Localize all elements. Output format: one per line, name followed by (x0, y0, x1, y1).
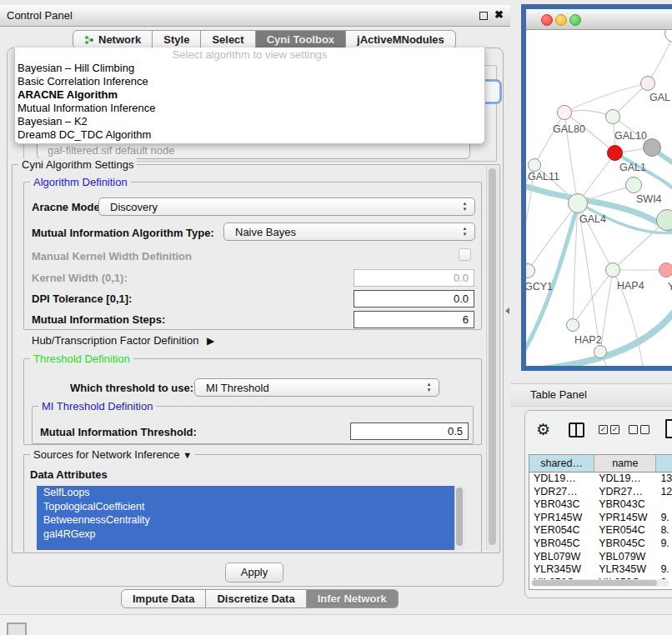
gear-icon[interactable]: ⚙ (536, 420, 550, 439)
network-node-gal10[interactable] (605, 109, 620, 124)
node-label: SWI4 (636, 193, 662, 205)
kernel-width-field[interactable]: 0.0 (354, 269, 474, 287)
aracne-mode-label: Aracne Mode: (32, 201, 103, 213)
table-row[interactable]: YPR145W YPR145W 9. (529, 512, 672, 525)
which-threshold-label: Which threshold to use: (70, 382, 193, 394)
dpi-tolerance-field[interactable]: 0.0 (354, 290, 474, 308)
window-zoom-button[interactable] (569, 14, 581, 26)
network-node-selected[interactable] (607, 145, 623, 161)
network-node-swi4[interactable] (625, 177, 642, 193)
mi-threshold-field[interactable]: 0.5 (350, 422, 469, 440)
chevron-updown-icon: ▲▼ (461, 226, 469, 238)
data-attributes-label: Data Attributes (30, 468, 108, 481)
table-panel: ⚙ ✓✓ shared… name YDL19… YDL19… 13 (524, 410, 672, 598)
hub-definition-disclosure[interactable]: Hub/Transcription Factor Definition ▶ (32, 334, 214, 347)
network-tab-icon (84, 32, 94, 42)
network-node-hap4[interactable] (605, 262, 620, 278)
bottom-tabbar: Impute Data Discretize Data Infer Networ… (121, 589, 399, 608)
dropdown-item[interactable]: Mutual Information Inference (18, 102, 155, 114)
table-row[interactable]: YBL079W YBL079W (529, 551, 672, 564)
float-window-icon[interactable] (479, 12, 488, 20)
mi-algorithm-type-combo[interactable]: Naive Bayes ▲▼ (223, 222, 475, 241)
panel-splitter-handle[interactable] (505, 308, 509, 314)
tab-style[interactable]: Style (153, 30, 201, 49)
table-hscrollbar-track[interactable] (531, 579, 669, 587)
tab-jactivemnodules[interactable]: jActiveMNodules (346, 30, 456, 49)
close-icon[interactable]: ✖ (494, 8, 504, 21)
aracne-mode-combo[interactable]: Discovery ▲▼ (98, 198, 475, 216)
list-scrollbar-thumb[interactable] (456, 488, 463, 546)
network-node-salmon[interactable] (659, 262, 672, 278)
apply-button[interactable]: Apply (225, 562, 283, 582)
network-view-window: GAL GAL80 GAL10 GAL1 GAL11 SWI4 GAL4 GCY… (521, 4, 672, 371)
tab-network-label: Network (98, 33, 141, 46)
tab-impute-data[interactable]: Impute Data (121, 589, 206, 608)
node-label: GAL1 (619, 162, 646, 173)
manual-kernel-width-checkbox[interactable] (459, 248, 471, 261)
settings-scrollbar-thumb[interactable] (489, 168, 496, 545)
manual-kernel-width-label: Manual Kernel Width Definition (32, 250, 192, 262)
network-node[interactable] (656, 209, 672, 231)
algorithm-definition-title: Algorithm Definition (30, 176, 131, 188)
node-label: HAP4 (617, 280, 644, 292)
tab-cyni-toolbox[interactable]: Cyni Toolbox (256, 30, 346, 49)
kernel-width-label: Kernel Width (0,1): (32, 272, 128, 284)
mi-algorithm-type-label: Mutual Information Algorithm Type: (32, 227, 214, 239)
dropdown-item[interactable]: Bayesian – K2 (18, 115, 88, 128)
node-label: GAL10 (614, 130, 647, 142)
table-row[interactable]: YBR045C YBR045C 9. (529, 538, 672, 551)
table-row[interactable]: YDL19… YDL19… 13 (529, 472, 672, 486)
dropdown-item-selected[interactable]: ARACNE Algorithm (18, 88, 118, 101)
network-node[interactable] (594, 345, 607, 358)
document-icon[interactable] (665, 419, 672, 438)
table-row[interactable]: YER054C YER054C 8. (529, 524, 672, 538)
control-panel-title: Control Panel (7, 5, 73, 26)
network-node-gal4[interactable] (568, 193, 588, 213)
tab-infer-network[interactable]: Infer Network (307, 589, 399, 608)
node-label: GAL4 (579, 213, 606, 225)
column-header-shared-name[interactable]: shared… (529, 455, 594, 472)
chevron-updown-icon: ▲▼ (425, 382, 433, 393)
window-minimize-button[interactable] (555, 14, 567, 26)
network-canvas[interactable]: GAL GAL80 GAL10 GAL1 GAL11 SWI4 GAL4 GCY… (526, 30, 672, 367)
list-item[interactable]: gal4RGexp (37, 528, 454, 542)
sources-group-title[interactable]: Sources for Network Inference ▼ (30, 448, 195, 461)
threshold-definition-title: Threshold Definition (30, 352, 133, 365)
panel-corner-button[interactable] (7, 622, 27, 635)
tab-network[interactable]: Network (73, 30, 153, 49)
network-node-hap2[interactable] (566, 318, 579, 332)
which-threshold-combo[interactable]: MI Threshold ▲▼ (194, 378, 439, 397)
network-node-gal11[interactable] (528, 158, 541, 172)
table-row[interactable]: YDR27… YDR27… 12 (529, 486, 672, 499)
dropdown-item[interactable]: Basic Correlation Inference (18, 75, 148, 88)
list-item[interactable]: BetweennessCentrality (37, 513, 454, 528)
data-attributes-list: SelfLoops TopologicalCoefficient Between… (37, 486, 454, 550)
node-label: HAP2 (574, 334, 602, 346)
tab-select[interactable]: Select (201, 30, 255, 49)
network-node[interactable] (640, 76, 655, 91)
checked-checkboxes-icon[interactable]: ✓✓ (599, 425, 622, 440)
list-item[interactable]: SelfLoops (37, 486, 454, 500)
algorithm-dropdown-list: Select algorithm to view settings Bayesi… (14, 48, 485, 144)
tab-discretize-data[interactable]: Discretize Data (206, 589, 306, 608)
column-header-clipped[interactable] (656, 455, 672, 472)
window-close-button[interactable] (541, 14, 553, 26)
list-item[interactable]: TopologicalCoefficient (37, 500, 454, 514)
application-window: Control Panel ✖ Network Style Select Cyn… (0, 0, 672, 635)
node-label: GAL11 (528, 171, 559, 182)
table-header-row: shared… name (529, 455, 672, 472)
unchecked-checkboxes-icon[interactable] (629, 425, 652, 440)
node-table: shared… name YDL19… YDL19… 13 YDR27… YDR… (529, 454, 672, 590)
split-columns-icon[interactable] (569, 422, 584, 438)
dropdown-item[interactable]: Bayesian – Hill Climbing (18, 62, 134, 74)
mi-steps-field[interactable]: 6 (354, 311, 474, 328)
table-row[interactable]: YLR345W YLR345W 9. (529, 563, 672, 577)
node-label: GCY1 (526, 281, 553, 292)
table-hscrollbar-thumb[interactable] (532, 580, 657, 586)
network-window-titlebar (526, 9, 672, 30)
table-row[interactable]: YBR043C YBR043C (529, 498, 672, 512)
network-node-gal80[interactable] (557, 105, 572, 120)
chevron-updown-icon: ▲▼ (461, 201, 469, 212)
column-header-name[interactable]: name (594, 455, 656, 472)
dropdown-item[interactable]: Dream8 DC_TDC Algorithm (18, 128, 151, 141)
